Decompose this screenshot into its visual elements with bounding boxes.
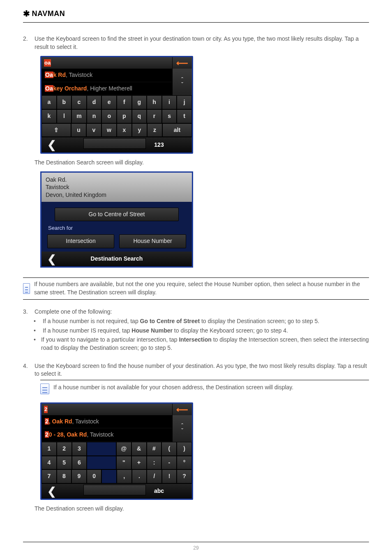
key[interactable]: ): [177, 442, 192, 456]
search-input-value: 2: [44, 406, 48, 413]
key[interactable]: 3: [72, 442, 87, 456]
step-3c: • If you want to navigate to a particula…: [34, 336, 369, 352]
key[interactable]: -: [161, 456, 177, 470]
list-item[interactable]: Oak Rd, Tavistock: [42, 69, 172, 82]
key[interactable]: 9: [71, 469, 87, 483]
step-2: 2. Use the Keyboard screen to find the s…: [23, 35, 369, 268]
list-item[interactable]: 20 - 28, Oak Rd, Tavistock: [42, 428, 172, 442]
key[interactable]: 5: [57, 456, 72, 470]
device-screenshot-keyboard-alpha: oa ⟵ Oak Rd, Tavistock Oakey Orchard, Hi…: [40, 56, 193, 153]
note-icon: [23, 283, 30, 294]
key[interactable]: f: [117, 95, 132, 109]
key[interactable]: z: [147, 123, 162, 137]
key[interactable]: d: [87, 95, 102, 109]
back-chevron-icon[interactable]: ❮: [42, 252, 62, 266]
back-chevron-icon[interactable]: ❮: [42, 137, 62, 152]
mode-toggle-abc[interactable]: abc: [147, 484, 171, 499]
backspace-icon[interactable]: ⟵: [172, 57, 192, 69]
key[interactable]: s: [162, 109, 177, 123]
key[interactable]: ": [116, 456, 131, 470]
key[interactable]: ?: [177, 469, 192, 483]
step-3b: • If a house number IS required, tap Hou…: [34, 327, 369, 335]
key[interactable]: /: [147, 469, 162, 483]
key[interactable]: #: [147, 442, 162, 456]
key[interactable]: y: [132, 123, 147, 137]
key[interactable]: w: [101, 123, 117, 137]
key[interactable]: o: [101, 109, 117, 123]
step-3-text: Complete one of the following:: [35, 308, 369, 316]
key[interactable]: g: [132, 95, 147, 109]
spacebar-key[interactable]: [83, 485, 146, 495]
spacebar-key[interactable]: [83, 138, 146, 149]
key[interactable]: p: [117, 109, 132, 123]
key[interactable]: +: [131, 456, 147, 470]
shift-key[interactable]: ⇧: [42, 123, 71, 137]
key[interactable]: 8: [57, 469, 72, 483]
list-item[interactable]: Oakey Orchard, Higher Metherell: [42, 82, 172, 96]
key[interactable]: a: [42, 95, 57, 109]
key[interactable]: q: [132, 109, 147, 123]
key[interactable]: u: [71, 123, 86, 137]
note-text-2: If a house number is not available for y…: [53, 384, 293, 392]
key[interactable]: !: [162, 469, 177, 483]
key[interactable]: k: [42, 109, 57, 123]
intersection-button[interactable]: Intersection: [47, 234, 114, 248]
brand-icon: ✱: [23, 8, 30, 19]
key[interactable]: b: [57, 95, 72, 109]
key[interactable]: 6: [72, 456, 87, 470]
key[interactable]: 1: [42, 442, 57, 456]
house-number-button[interactable]: House Number: [119, 234, 186, 248]
key[interactable]: e: [101, 95, 117, 109]
brand-name: NAVMAN: [32, 9, 65, 19]
keyboard-numeric: 1 2 3 @ & # ( ) 4 5 6: [42, 442, 192, 483]
key[interactable]: 4: [42, 456, 57, 470]
device-screenshot-destination-search: Oak Rd. Tavistock Devon, United Kingdom …: [40, 171, 193, 268]
key[interactable]: 7: [42, 469, 57, 483]
scroll-updown-button[interactable]: ˆ ˇ: [172, 415, 192, 442]
note-icon: [40, 384, 49, 394]
key[interactable]: r: [147, 109, 162, 123]
key[interactable]: 2: [57, 442, 72, 456]
scroll-updown-button[interactable]: ˆ ˇ: [172, 69, 192, 95]
key[interactable]: &: [131, 442, 147, 456]
address-line1: Oak Rd.: [46, 176, 188, 183]
page-number: 29: [193, 545, 198, 551]
key[interactable]: .: [132, 469, 147, 483]
key[interactable]: i: [162, 95, 177, 109]
key[interactable]: c: [71, 95, 87, 109]
key-spacer: [87, 456, 116, 470]
key[interactable]: v: [86, 123, 101, 137]
backspace-icon[interactable]: ⟵: [172, 404, 192, 415]
page-header: ✱ NAVMAN: [23, 8, 369, 23]
key[interactable]: n: [87, 109, 102, 123]
key[interactable]: l: [57, 109, 72, 123]
list-item[interactable]: 2, Oak Rd, Tavistock: [42, 415, 172, 429]
key[interactable]: 0: [87, 469, 102, 483]
destination-address: Oak Rd. Tavistock Devon, United Kingdom: [42, 173, 192, 202]
step-2-number: 2.: [23, 35, 31, 43]
key[interactable]: x: [117, 123, 132, 137]
alt-key[interactable]: alt: [162, 123, 192, 137]
key[interactable]: °: [177, 456, 192, 470]
step-4-result: The Destination screen will display.: [35, 505, 369, 513]
key-spacer: [101, 469, 117, 483]
key[interactable]: h: [147, 95, 162, 109]
step-2-text: Use the Keyboard screen to find the stre…: [35, 35, 369, 51]
key[interactable]: t: [177, 109, 192, 123]
step-4-text: Use the Keyboard screen to find the hous…: [35, 362, 369, 378]
destination-search-title: Destination Search: [62, 253, 171, 265]
key[interactable]: (: [161, 442, 177, 456]
step-2-result: The Destination Search screen will displ…: [35, 159, 369, 167]
key[interactable]: :: [147, 456, 162, 470]
back-chevron-icon[interactable]: ❮: [42, 484, 62, 499]
key[interactable]: ,: [117, 469, 132, 483]
key[interactable]: j: [177, 95, 192, 109]
search-input-bar[interactable]: 2: [42, 404, 172, 415]
key[interactable]: @: [116, 442, 131, 456]
mode-toggle-123[interactable]: 123: [147, 137, 171, 152]
page-footer: 29: [23, 542, 369, 552]
search-input-bar[interactable]: oa: [42, 57, 172, 69]
key[interactable]: m: [71, 109, 87, 123]
go-to-centre-button[interactable]: Go to Centre of Street: [55, 208, 179, 222]
step-4: 4. Use the Keyboard screen to find the h…: [23, 362, 369, 513]
